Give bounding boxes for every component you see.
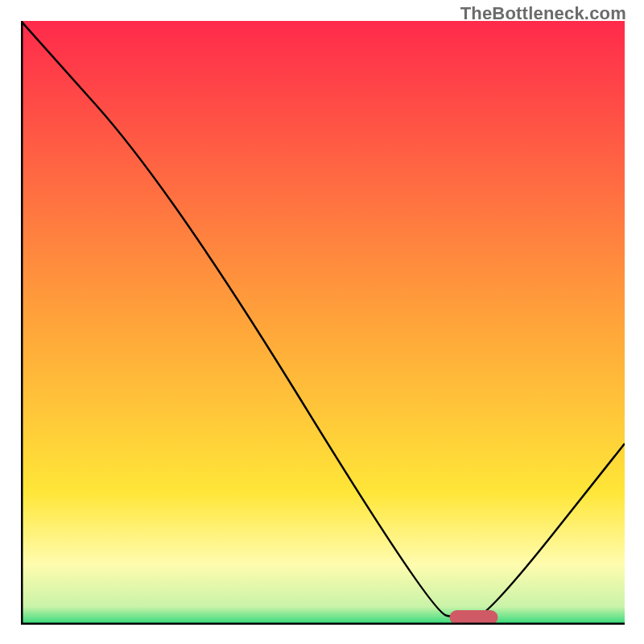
plot-area <box>21 21 625 625</box>
gradient-background <box>21 21 625 625</box>
optimum-marker <box>450 610 498 625</box>
chart-frame: TheBottleneck.com <box>0 0 644 644</box>
bottleneck-chart <box>21 21 625 625</box>
